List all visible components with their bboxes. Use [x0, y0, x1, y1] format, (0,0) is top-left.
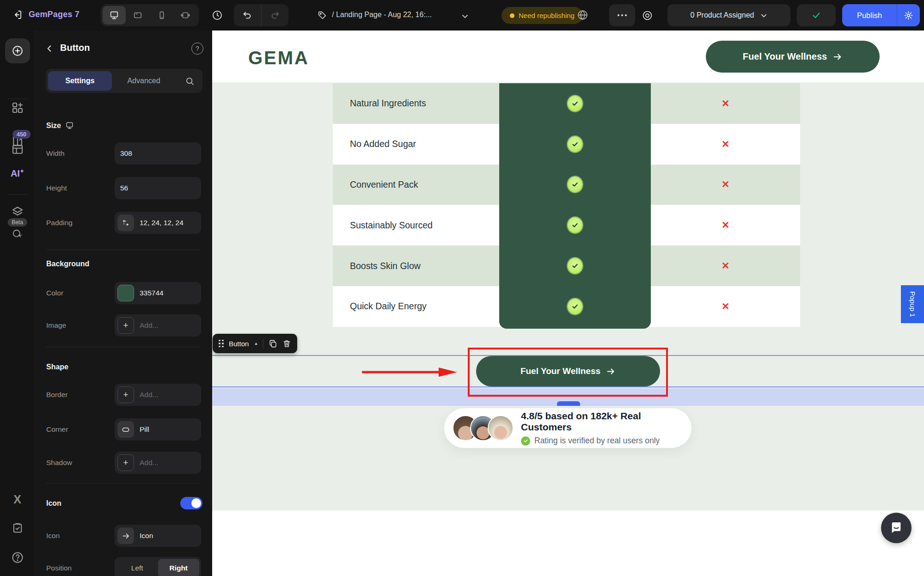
status-badge: Need republishing [502, 7, 583, 24]
bg-image-add[interactable]: + Add... [115, 314, 201, 337]
duplicate-button[interactable] [269, 339, 277, 348]
plus-icon: + [117, 386, 134, 403]
page-canvas[interactable]: GEMA Fuel Your Wellness Natural Ingredie… [212, 31, 924, 576]
plus-icon: + [117, 317, 134, 334]
add-element-button[interactable] [5, 38, 30, 63]
shadow-label: Shadow [46, 459, 72, 467]
position-right-option[interactable]: Right [158, 559, 200, 576]
page-switcher-chevron-icon[interactable] [461, 12, 469, 20]
annotation-red-arrow [361, 366, 458, 379]
templates-icon[interactable] [11, 142, 24, 156]
cross-icon: ✕ [722, 301, 730, 312]
top-bar: GemPages 7 / Landing Page - Aug 22, 16:.… [0, 0, 924, 31]
tasks-clipboard-icon[interactable] [11, 521, 24, 534]
header-cta-button[interactable]: Fuel Your Wellness [706, 41, 880, 73]
back-chevron-icon[interactable] [45, 44, 54, 53]
height-input[interactable]: 56 [115, 177, 201, 199]
position-left-option[interactable]: Left [116, 559, 158, 576]
publish-settings-button[interactable] [897, 4, 920, 26]
selected-cta-button[interactable]: Fuel Your Wellness [476, 356, 660, 386]
icon-select[interactable]: Icon [115, 525, 201, 547]
device-desktop-button[interactable] [103, 6, 126, 25]
publish-button[interactable]: Publish [842, 4, 897, 26]
preview-icon[interactable] [642, 10, 653, 21]
interaction-click-icon[interactable] [12, 228, 24, 240]
position-segmented-control: Left Right [115, 557, 201, 576]
popup-tab[interactable]: Popup 1 [901, 285, 924, 323]
undo-button[interactable] [234, 4, 262, 26]
arrow-right-icon [606, 367, 616, 376]
border-label: Border [46, 391, 68, 399]
drag-handle-icon[interactable] [219, 340, 224, 348]
version-history-icon[interactable] [212, 10, 223, 21]
chevron-down-icon [760, 12, 767, 19]
border-add[interactable]: + Add... [115, 384, 201, 406]
device-laptop-button[interactable] [127, 6, 150, 25]
rating-title: 4.8/5 based on 182k+ Real Customers [521, 411, 679, 433]
brand-logo: GemPages 7 [29, 10, 80, 19]
shadow-add[interactable]: + Add... [115, 452, 201, 474]
publish-split-button[interactable]: Publish [842, 4, 920, 26]
tab-advanced[interactable]: Advanced [112, 71, 176, 91]
collapse-caret-icon[interactable]: ▲ [254, 341, 258, 346]
help-icon[interactable] [11, 551, 24, 564]
rail-divider [8, 194, 27, 195]
sections-library-icon[interactable] [11, 101, 24, 115]
verified-seal-icon [521, 436, 530, 446]
cross-icon: ✕ [722, 220, 730, 231]
ai-assistant-button[interactable]: AI✦ [11, 168, 24, 179]
device-switcher [101, 4, 199, 26]
section-divider [46, 347, 201, 347]
icon-toggle[interactable] [180, 497, 202, 509]
spacing-resize-handle[interactable] [557, 401, 580, 406]
counter-badge: 450 [12, 130, 31, 139]
chat-launcher-button[interactable] [881, 513, 912, 543]
saved-check-button[interactable] [797, 4, 836, 26]
delete-button[interactable] [282, 339, 291, 348]
padding-sides-icon [117, 214, 134, 231]
brand-column [499, 83, 651, 329]
element-toolbar-label: Button [229, 340, 249, 348]
x-app-icon[interactable]: X [13, 493, 21, 506]
translate-icon[interactable] [577, 9, 588, 21]
element-settings-panel: Button ? Settings Advanced Size Width 30… [35, 31, 212, 576]
arrow-right-icon [117, 527, 134, 544]
device-scope-icon [65, 121, 74, 130]
search-icon[interactable] [185, 76, 195, 86]
breadcrumb[interactable]: / Landing Page - Aug 22, 16:... [332, 11, 432, 19]
redo-button[interactable] [262, 4, 289, 26]
comparison-table: Natural Ingredients ✕ No Added Sugar ✕ C… [333, 83, 800, 327]
padding-input[interactable]: 12, 24, 12, 24 [115, 212, 201, 234]
comparison-section: Natural Ingredients ✕ No Added Sugar ✕ C… [212, 82, 924, 510]
layers-icon[interactable] [11, 204, 24, 218]
left-icon-rail: 450 AI✦ Beta X [0, 31, 35, 576]
product-assigned-dropdown[interactable]: 0 Product Assigned [667, 4, 790, 26]
cross-icon: ✕ [722, 139, 730, 150]
cross-icon: ✕ [722, 98, 730, 109]
arrow-right-icon [832, 52, 843, 62]
corner-select[interactable]: Pill [115, 418, 201, 441]
device-mobile-button[interactable] [150, 6, 173, 25]
check-circle-icon [568, 177, 582, 192]
avatar [488, 415, 514, 441]
store-header: GEMA Fuel Your Wellness [212, 31, 924, 82]
check-circle-icon [568, 136, 582, 152]
panel-help-icon[interactable]: ? [191, 43, 203, 55]
width-input[interactable]: 308 [115, 142, 201, 165]
device-responsive-button[interactable] [174, 6, 197, 25]
section-divider [46, 250, 201, 250]
size-section-title: Size [46, 121, 74, 130]
icon-section-title: Icon [46, 499, 61, 508]
cross-icon: ✕ [722, 260, 730, 271]
tab-settings[interactable]: Settings [48, 71, 112, 91]
pill-shape-icon [117, 421, 134, 438]
panel-title: Button [60, 43, 90, 53]
bg-color-label: Color [46, 289, 63, 297]
height-label: Height [46, 184, 67, 192]
color-swatch[interactable] [117, 285, 134, 301]
customer-avatars [453, 415, 514, 441]
background-section-title: Background [46, 260, 89, 268]
more-options-button[interactable] [609, 4, 635, 26]
bg-color-picker[interactable]: 335744 [115, 282, 201, 304]
exit-editor-icon[interactable] [12, 9, 23, 20]
